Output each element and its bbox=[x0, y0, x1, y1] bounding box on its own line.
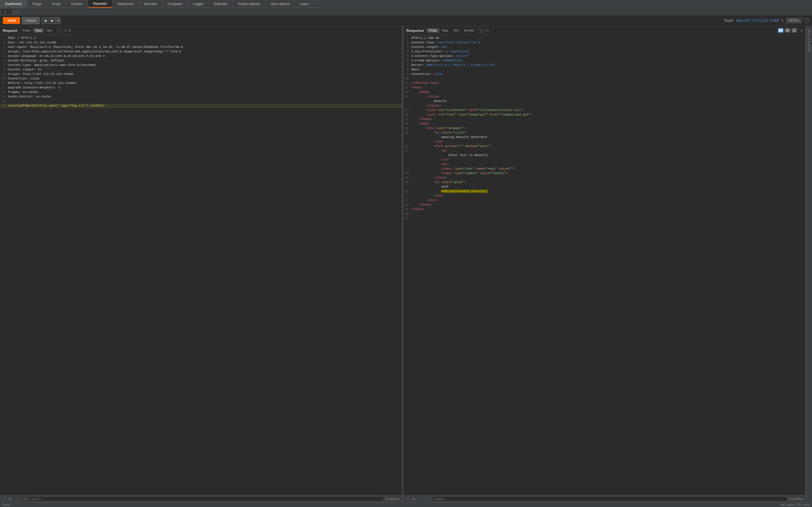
request-panel-header: Request Pretty Raw Hex ≡ \n ≡ bbox=[0, 26, 402, 35]
request-line: 7Content-Type: application/x-www-form-ur… bbox=[0, 63, 402, 68]
svg-rect-1 bbox=[781, 29, 782, 32]
tab-pretty-req[interactable]: Pretty bbox=[20, 28, 33, 33]
response-line: 7Server: WEBrick/1.6.1 (Ruby/2.7.5/2021-… bbox=[403, 63, 806, 68]
prev-button[interactable]: ◀ bbox=[42, 17, 49, 24]
line-content: Enter Text to Neonify bbox=[411, 154, 806, 158]
line-number: 14 bbox=[403, 95, 411, 99]
menu-icon-req[interactable]: ≡ bbox=[68, 28, 71, 33]
menu-icon-resp[interactable]: ≡ bbox=[801, 28, 803, 33]
request-settings-btn[interactable]: ⚙ bbox=[8, 497, 13, 501]
nav-item-proxy[interactable]: Proxy bbox=[47, 0, 66, 8]
response-line: 22 <p> bbox=[403, 149, 806, 153]
response-panel-header: Response Pretty Raw Hex Render ≡ \n bbox=[403, 26, 806, 35]
request-code-area[interactable]: 1POST / HTTP/1.12Host: 167.172.52.221:31… bbox=[0, 35, 402, 495]
nav-item-repeater[interactable]: Repeater bbox=[88, 0, 112, 8]
response-settings-btn[interactable]: ⚙ bbox=[411, 497, 416, 501]
line-number: 26 bbox=[403, 189, 411, 193]
response-code-area[interactable]: 1HTTP/1.1 200 OK2Content-Type: text/html… bbox=[403, 35, 806, 495]
request-search-input[interactable] bbox=[29, 496, 384, 501]
target-prefix: Target: bbox=[724, 18, 734, 22]
line-content: Connection: close bbox=[411, 72, 806, 76]
request-fwd-btn[interactable]: → bbox=[22, 497, 27, 501]
tag-icon-resp[interactable]: ≡ bbox=[479, 28, 485, 33]
nav-item-extender[interactable]: Extender bbox=[209, 0, 233, 8]
line-content: <p> bbox=[411, 149, 806, 153]
status-right: 842 bytes | 581 millis bbox=[781, 503, 810, 506]
nav-item-intruder[interactable]: Intruder bbox=[66, 0, 88, 8]
line-number: 31 bbox=[403, 217, 411, 221]
response-line: 31 bbox=[403, 216, 806, 221]
line-number: 2 bbox=[0, 41, 8, 45]
line-content: </body> bbox=[411, 203, 806, 207]
nav-item-decoder[interactable]: Decoder bbox=[139, 0, 162, 8]
nav-item-comparer[interactable]: Comparer bbox=[162, 0, 188, 8]
nav-item-sequencer[interactable]: Sequencer bbox=[112, 0, 139, 8]
nav-item-project-options[interactable]: Project options bbox=[233, 0, 266, 8]
tab-raw-resp[interactable]: Raw bbox=[440, 28, 451, 33]
tab-hex-resp[interactable]: Hex bbox=[451, 28, 461, 33]
line-content: <title> bbox=[411, 95, 806, 99]
request-back-btn[interactable]: ← bbox=[15, 497, 20, 501]
line-number: 15 bbox=[0, 100, 8, 103]
response-line: 25 <h1 class="glow"> bbox=[403, 180, 806, 185]
request-title: Request bbox=[3, 29, 17, 33]
response-search-input[interactable] bbox=[432, 496, 787, 501]
view-split-icon[interactable] bbox=[778, 28, 783, 33]
slash-n-req[interactable]: \n bbox=[63, 28, 68, 33]
view-vertical-icon[interactable] bbox=[792, 28, 797, 33]
nav-item-dashboard[interactable]: Dashboard bbox=[0, 0, 27, 8]
nav-item-user-options[interactable]: User options bbox=[266, 0, 295, 8]
edit-icon[interactable]: ✎ bbox=[781, 18, 784, 22]
tab-raw-req[interactable]: Raw bbox=[33, 28, 44, 33]
tab-render-resp[interactable]: Render bbox=[462, 28, 476, 33]
response-back-btn[interactable]: ← bbox=[418, 497, 423, 501]
svg-rect-4 bbox=[793, 31, 796, 32]
line-number: 7 bbox=[0, 63, 8, 67]
line-content: Upgrade-Insecure-Requests: 1 bbox=[8, 86, 402, 90]
response-line: 23 <input type="submit" value="Submit"> bbox=[403, 171, 806, 176]
tab-1[interactable]: 1× bbox=[1, 8, 12, 15]
nav-item-target[interactable]: Target bbox=[27, 0, 47, 8]
line-content: POST / HTTP/1.1 bbox=[8, 36, 402, 40]
line-number: 11 bbox=[403, 81, 411, 86]
line-content bbox=[411, 212, 806, 216]
nav-dropdown[interactable]: ▾ bbox=[56, 17, 61, 24]
tag-icon-req[interactable]: ≡ bbox=[57, 28, 63, 33]
line-content: </h1> bbox=[411, 194, 806, 198]
nav-item-logger[interactable]: Logger bbox=[188, 0, 209, 8]
nav-item-learn[interactable]: Learn bbox=[295, 0, 314, 8]
inspector-label[interactable]: INSPECTOR bbox=[808, 29, 811, 52]
response-line: </p> bbox=[403, 158, 806, 162]
line-number bbox=[403, 167, 411, 171]
response-line: 20 <h1 class="title"> bbox=[403, 131, 806, 135]
request-line: 4Accept: text/html,application/xhtml+xml… bbox=[0, 50, 402, 54]
tab-pretty-resp[interactable]: Pretty bbox=[426, 28, 439, 33]
line-number: 12 bbox=[403, 86, 411, 90]
view-single-icon[interactable] bbox=[784, 28, 790, 33]
line-content: <body> bbox=[411, 122, 806, 126]
response-line: Amazing Neonify Generator bbox=[403, 135, 806, 140]
response-fwd-btn[interactable]: → bbox=[425, 497, 430, 501]
slash-n-resp[interactable]: \n bbox=[485, 28, 490, 33]
send-button[interactable]: Send bbox=[3, 17, 20, 24]
response-format-tabs: Pretty Raw Hex Render bbox=[426, 28, 476, 33]
help-icon[interactable]: ? bbox=[804, 18, 809, 23]
line-number: 19 bbox=[403, 126, 411, 130]
cancel-button[interactable]: Cancel bbox=[22, 17, 40, 24]
next-button[interactable]: ▶ bbox=[49, 17, 56, 24]
response-line: 19 <div class="wrapper"> bbox=[403, 126, 806, 131]
line-content: <html> bbox=[411, 86, 806, 90]
line-content: User-Agent: Mozilla/5.0 (Macintosh; Inte… bbox=[8, 45, 402, 49]
line-content: Date: bbox=[411, 68, 806, 72]
tab-more[interactable]: … bbox=[12, 9, 21, 14]
line-number: 22 bbox=[403, 149, 411, 153]
response-help-btn[interactable]: ? bbox=[406, 497, 410, 501]
tab-hex-req[interactable]: Hex bbox=[45, 28, 55, 33]
target-url[interactable]: http://167.172.52.221:31468 bbox=[737, 18, 779, 22]
tab-close-1[interactable]: × bbox=[8, 10, 9, 13]
status-bar: Done 842 bytes | 581 millis bbox=[0, 502, 812, 507]
http-version[interactable]: HTTP/1 bbox=[786, 18, 802, 23]
response-line: 6X-Frame-Options: SAMEORIGIN bbox=[403, 59, 806, 63]
line-content bbox=[411, 77, 806, 81]
request-help-btn[interactable]: ? bbox=[2, 497, 6, 501]
